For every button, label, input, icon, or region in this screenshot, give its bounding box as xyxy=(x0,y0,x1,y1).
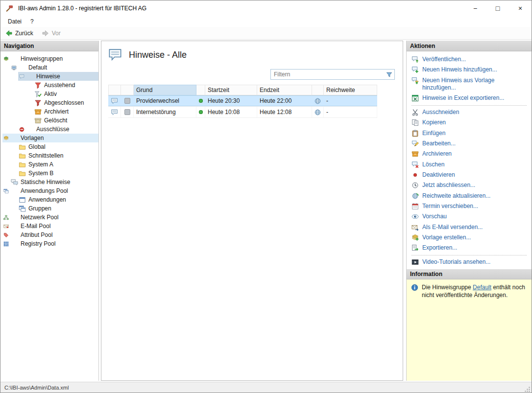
column-header-reichweite[interactable]: Reichweite xyxy=(324,85,377,95)
action-item[interactable]: Neuen Hinweis aus Vorlage hinzufügen... xyxy=(407,75,532,93)
action-item[interactable]: Veröffentlichen... xyxy=(407,54,532,65)
tree-chevron-icon[interactable] xyxy=(26,91,33,97)
tree-chevron-icon[interactable] xyxy=(10,205,17,212)
tree-item-icon xyxy=(11,214,18,221)
app-icon xyxy=(5,4,14,13)
action-item[interactable]: Bearbeiten... xyxy=(407,139,532,149)
back-button[interactable]: Zurück xyxy=(3,28,38,38)
forward-button[interactable]: Vor xyxy=(40,28,65,38)
action-label: Als E-Mail versenden... xyxy=(422,224,483,231)
nav-tree-item[interactable]: Ausschlüsse xyxy=(18,125,98,134)
column-header-grund[interactable]: Grund xyxy=(134,85,196,95)
action-label: Video-Tutorials ansehen... xyxy=(422,258,490,266)
nav-tree-item[interactable]: Global xyxy=(10,142,98,151)
nav-tree-item[interactable]: Anwendungs Pool xyxy=(2,186,98,195)
nav-tree-item[interactable]: Anwendungen xyxy=(10,195,98,204)
nav-tree-item[interactable]: Abgeschlossen xyxy=(26,98,98,107)
nav-tree-item[interactable]: System B xyxy=(10,169,98,178)
nav-tree-item[interactable]: Archiviert xyxy=(26,107,98,116)
tree-item-icon xyxy=(34,99,42,107)
minimize-button[interactable]: − xyxy=(464,0,486,16)
column-header-startzeit[interactable]: Startzeit xyxy=(205,85,257,95)
table-body: Providerwechsel Heute 20:30 Heute 22:00 … xyxy=(108,95,377,118)
nav-tree-item[interactable]: Schnittstellen xyxy=(10,151,98,160)
action-item[interactable]: Löschen xyxy=(407,160,532,170)
tree-chevron-icon[interactable] xyxy=(2,179,9,185)
filter-box[interactable] xyxy=(270,69,395,80)
action-item[interactable]: Termin verschieben... xyxy=(407,201,532,211)
action-item[interactable]: Ausschneiden xyxy=(407,107,532,117)
nav-tree-item[interactable]: Gelöscht xyxy=(26,116,98,125)
info-icon xyxy=(411,284,418,291)
actions-list: Veröffentlichen... Neuen Hinweis hinzufü… xyxy=(407,51,532,269)
tree-chevron-icon[interactable] xyxy=(18,126,25,133)
back-arrow-icon xyxy=(5,29,13,37)
action-item[interactable]: Neuen Hinweis hinzufügen... xyxy=(407,65,532,75)
action-label: Hinweise in Excel exportieren... xyxy=(422,94,504,102)
tree-item-label: Global xyxy=(27,143,48,150)
forward-arrow-icon xyxy=(42,29,49,37)
action-item[interactable]: Als E-Mail versenden... xyxy=(407,222,532,232)
tree-chevron-icon[interactable] xyxy=(10,143,17,150)
action-icon xyxy=(411,140,419,147)
nav-tree-item[interactable]: Statische Hinweise xyxy=(2,178,98,186)
filter-input[interactable] xyxy=(271,70,386,79)
nav-tree-item[interactable]: Default xyxy=(10,63,98,72)
action-item[interactable]: Kopieren xyxy=(407,117,532,128)
nav-tree-item[interactable]: Ausstehend xyxy=(26,81,98,90)
nav-tree-item[interactable]: Attribut Pool xyxy=(2,231,98,239)
nav-tree-item[interactable]: Gruppen xyxy=(10,204,98,213)
action-label: Reichweite aktualisieren... xyxy=(422,192,490,200)
nav-tree-item[interactable]: E-Mail Pool xyxy=(2,222,98,231)
tree-chevron-icon[interactable] xyxy=(10,170,17,177)
column-header-type xyxy=(108,85,121,95)
tree-chevron-icon[interactable] xyxy=(10,196,17,203)
tree-chevron-icon[interactable] xyxy=(2,231,9,238)
tree-item-label: Gelöscht xyxy=(43,117,69,124)
nav-tree-item[interactable]: System A xyxy=(10,160,98,169)
action-item[interactable]: Archivieren xyxy=(407,149,532,159)
tree-item-label: E-Mail Pool xyxy=(20,223,52,230)
tree-chevron-icon[interactable] xyxy=(2,223,9,230)
action-item[interactable]: Hinweise in Excel exportieren... xyxy=(407,93,532,103)
menu-help[interactable]: ? xyxy=(26,17,38,26)
action-item[interactable]: Vorlage erstellen... xyxy=(407,232,532,243)
column-header-endzeit[interactable]: Endzeit xyxy=(257,85,312,95)
tree-chevron-icon[interactable] xyxy=(2,214,9,221)
tree-chevron-icon[interactable] xyxy=(2,187,9,194)
tree-chevron-icon[interactable] xyxy=(10,161,17,168)
close-button[interactable]: × xyxy=(509,0,532,16)
action-icon xyxy=(411,234,419,241)
action-item[interactable]: Einfügen xyxy=(407,128,532,139)
maximize-button[interactable]: □ xyxy=(486,0,509,16)
action-item[interactable]: Video-Tutorials ansehen... xyxy=(407,257,532,267)
filter-funnel-icon[interactable] xyxy=(386,71,393,78)
tree-chevron-icon[interactable] xyxy=(10,64,17,71)
tree-chevron-icon[interactable] xyxy=(2,55,9,62)
action-item[interactable]: Exportieren... xyxy=(407,243,532,253)
tree-chevron-icon[interactable] xyxy=(26,117,33,124)
table-row[interactable]: Internetstörung Heute 10:08 Heute 12:08 … xyxy=(108,107,377,118)
nav-tree-item[interactable]: Aktiv xyxy=(26,90,98,98)
tree-chevron-icon[interactable] xyxy=(2,135,9,141)
default-group-link[interactable]: Default xyxy=(473,284,491,291)
action-item[interactable]: Vorschau xyxy=(407,211,532,222)
tree-chevron-icon[interactable] xyxy=(26,99,33,106)
tree-chevron-icon[interactable] xyxy=(18,73,25,80)
nav-tree-item[interactable]: Netzwerk Pool xyxy=(2,213,98,222)
action-item[interactable]: Deaktivieren xyxy=(407,170,532,180)
table-row[interactable]: Providerwechsel Heute 20:30 Heute 22:00 … xyxy=(108,95,377,107)
tree-chevron-icon[interactable] xyxy=(26,82,33,89)
tree-chevron-icon[interactable] xyxy=(10,152,17,159)
nav-tree-item[interactable]: Hinweise xyxy=(18,72,98,81)
action-icon xyxy=(411,130,419,137)
nav-tree-item[interactable]: Vorlagen xyxy=(2,134,98,142)
action-item[interactable]: Jetzt abschliessen... xyxy=(407,180,532,190)
nav-tree-item[interactable]: Registry Pool xyxy=(2,239,98,248)
tree-chevron-icon[interactable] xyxy=(2,240,9,247)
nav-tree-item[interactable]: Hinweisgruppen xyxy=(2,54,98,63)
menu-datei[interactable]: Datei xyxy=(3,17,26,26)
resize-grip[interactable] xyxy=(524,386,531,393)
action-item[interactable]: Reichweite aktualisieren... xyxy=(407,191,532,201)
tree-chevron-icon[interactable] xyxy=(26,108,33,115)
